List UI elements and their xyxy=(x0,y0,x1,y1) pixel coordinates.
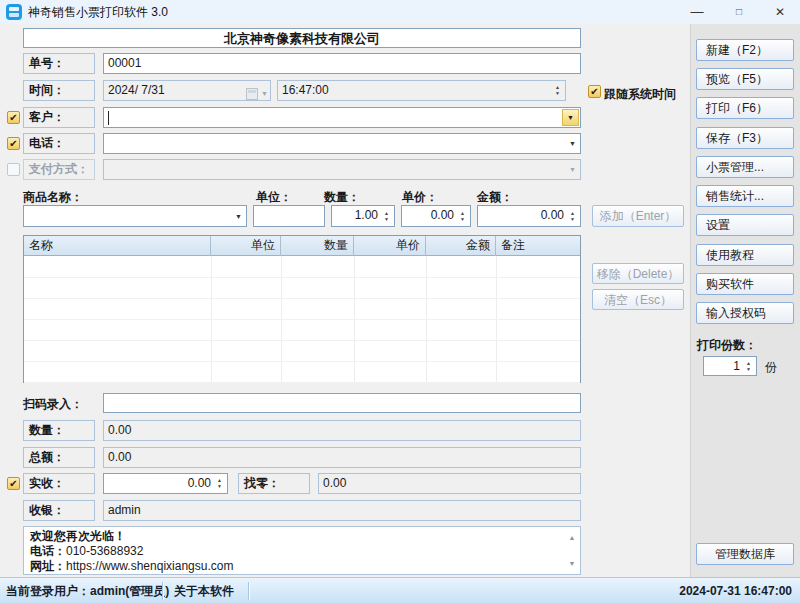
qty-label: 数量： xyxy=(324,189,360,206)
time-spinner: 16:47:00 ▲▼ xyxy=(277,80,566,101)
tutorial-button[interactable]: 使用教程 xyxy=(696,244,794,266)
close-icon[interactable]: ✕ xyxy=(760,0,800,24)
phone-dropdown-icon[interactable]: ▼ xyxy=(569,134,576,153)
print-button[interactable]: 打印（F6） xyxy=(696,97,794,119)
product-name-label: 商品名称： xyxy=(23,189,83,206)
payment-label: 支付方式： xyxy=(23,159,95,180)
received-checkbox[interactable]: ✔ xyxy=(7,477,20,490)
product-name-combo[interactable]: ▼ xyxy=(23,205,247,227)
change-label: 找零： xyxy=(238,473,310,494)
spinner-arrows[interactable]: ▲▼ xyxy=(213,474,226,493)
amount-stepper[interactable]: 0.00 ▲▼ xyxy=(477,205,581,227)
total-qty-value: 0.00 xyxy=(103,420,581,441)
price-label: 单价： xyxy=(402,189,438,206)
app-window: 神奇销售小票打印软件 3.0 — □ ✕ 北京神奇像素科技有限公司 单号： 00… xyxy=(0,0,800,603)
col-amount: 金额 xyxy=(426,236,496,256)
clear-button: 清空（Esc） xyxy=(592,289,684,310)
receipts-button[interactable]: 小票管理... xyxy=(696,156,794,178)
table-header: 名称 单位 数量 单价 金额 备注 xyxy=(24,236,580,256)
license-button[interactable]: 输入授权码 xyxy=(696,302,794,324)
scan-input[interactable] xyxy=(103,393,581,413)
footer-note-line1: 欢迎您再次光临！ xyxy=(30,529,562,544)
scan-label: 扫码录入： xyxy=(23,396,83,413)
statusbar: 当前登录用户：admin(管理员) 关于本软件 2024-07-31 16:47… xyxy=(0,577,800,603)
spinner-arrows: ▲▼ xyxy=(551,81,564,100)
titlebar: 神奇销售小票打印软件 3.0 — □ ✕ xyxy=(0,0,800,24)
print-copies-unit: 份 xyxy=(765,359,777,376)
company-name-input[interactable]: 北京神奇像素科技有限公司 xyxy=(23,28,581,48)
spinner-arrows[interactable]: ▲▼ xyxy=(456,206,469,226)
date-picker: 2024/ 7/31 ▼ xyxy=(103,80,271,101)
stats-button[interactable]: 销售统计... xyxy=(696,185,794,207)
footer-note-textarea[interactable]: 欢迎您再次光临！ 电话：010-53688932 网址：https://www.… xyxy=(23,526,581,575)
received-label: 实收： xyxy=(23,473,95,494)
print-copies-label: 打印份数： xyxy=(697,337,757,354)
payment-checkbox[interactable] xyxy=(7,163,20,176)
qty-stepper[interactable]: 1.00 ▲▼ xyxy=(331,205,395,227)
phone-combo[interactable]: ▼ xyxy=(103,133,581,154)
window-title: 神奇销售小票打印软件 3.0 xyxy=(28,0,168,24)
customer-combo[interactable]: ▼ xyxy=(103,107,581,128)
spinner-arrows[interactable]: ▲▼ xyxy=(380,206,393,226)
price-stepper[interactable]: 0.00 ▲▼ xyxy=(401,205,471,227)
order-no-label: 单号： xyxy=(23,53,95,74)
print-copies-stepper[interactable]: 1 ▲▼ xyxy=(703,356,757,376)
unit-label: 单位： xyxy=(256,189,292,206)
scroll-down-icon[interactable]: ▼ xyxy=(566,556,578,571)
total-qty-label: 数量： xyxy=(23,420,95,441)
app-icon xyxy=(6,4,22,20)
add-button: 添加（Enter） xyxy=(592,205,684,227)
total-amount-value: 0.00 xyxy=(103,447,581,468)
col-qty: 数量 xyxy=(281,236,354,256)
customer-dropdown-icon[interactable]: ▼ xyxy=(562,109,579,126)
new-button[interactable]: 新建（F2） xyxy=(696,39,794,61)
purchase-button[interactable]: 购买软件 xyxy=(696,273,794,295)
total-amount-label: 总额： xyxy=(23,447,95,468)
about-link[interactable]: 关于本软件 xyxy=(174,578,234,603)
minimize-icon[interactable]: — xyxy=(676,0,718,24)
preview-button[interactable]: 预览（F5） xyxy=(696,68,794,90)
follow-system-time-label: 跟随系统时间 xyxy=(604,86,676,103)
payment-combo: ▼ xyxy=(103,159,581,180)
customer-label: 客户： xyxy=(23,107,95,128)
statusbar-user: 当前登录用户：admin(管理员) xyxy=(6,578,169,603)
col-name: 名称 xyxy=(24,236,211,256)
payment-dropdown-icon: ▼ xyxy=(569,160,576,179)
customer-checkbox[interactable]: ✔ xyxy=(7,111,20,124)
col-note: 备注 xyxy=(496,236,580,256)
follow-system-time-checkbox[interactable]: ✔ xyxy=(588,85,601,98)
cashier-value: admin xyxy=(103,500,581,521)
calendar-icon xyxy=(246,88,258,100)
amount-label: 金额： xyxy=(477,189,513,206)
unit-input[interactable] xyxy=(253,205,325,227)
items-table[interactable]: 名称 单位 数量 单价 金额 备注 xyxy=(23,235,581,383)
chevron-down-icon: ▼ xyxy=(261,84,268,101)
change-value: 0.00 xyxy=(318,473,581,494)
col-price: 单价 xyxy=(354,236,426,256)
phone-checkbox[interactable]: ✔ xyxy=(7,137,20,150)
spinner-arrows[interactable]: ▲▼ xyxy=(566,206,579,226)
col-unit: 单位 xyxy=(211,236,281,256)
maximize-icon[interactable]: □ xyxy=(718,0,760,24)
manage-db-button[interactable]: 管理数据库 xyxy=(696,543,794,565)
cashier-label: 收银： xyxy=(23,500,95,521)
time-label: 时间： xyxy=(23,80,95,101)
scroll-up-icon[interactable]: ▲ xyxy=(566,530,578,545)
text-caret xyxy=(108,111,109,125)
save-button[interactable]: 保存（F3） xyxy=(696,127,794,149)
product-dropdown-icon[interactable]: ▼ xyxy=(235,206,242,226)
footer-note-line2: 电话：010-53688932 xyxy=(30,544,562,559)
footer-note-line3: 网址：https://www.shenqixiangsu.com xyxy=(30,559,562,574)
received-stepper[interactable]: 0.00 ▲▼ xyxy=(103,473,228,494)
statusbar-datetime: 2024-07-31 16:47:00 xyxy=(679,578,792,603)
settings-button[interactable]: 设置 xyxy=(696,214,794,236)
phone-label: 电话： xyxy=(23,133,95,154)
remove-button: 移除（Delete） xyxy=(592,263,684,284)
order-no-input[interactable]: 00001 xyxy=(103,53,581,74)
spinner-arrows[interactable]: ▲▼ xyxy=(742,357,755,375)
